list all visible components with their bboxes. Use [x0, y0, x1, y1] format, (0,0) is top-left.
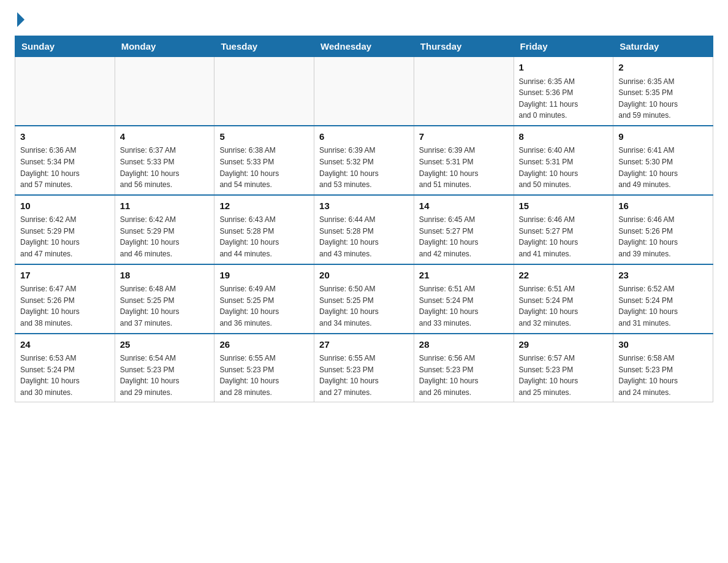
- day-info: Sunrise: 6:35 AMSunset: 5:35 PMDaylight:…: [618, 76, 708, 121]
- day-number: 28: [419, 338, 509, 352]
- day-number: 8: [519, 130, 609, 144]
- calendar-cell: 22Sunrise: 6:51 AMSunset: 5:24 PMDayligh…: [514, 264, 613, 334]
- day-number: 3: [20, 130, 110, 144]
- calendar-cell: 13Sunrise: 6:44 AMSunset: 5:28 PMDayligh…: [314, 195, 414, 264]
- day-number: 29: [519, 338, 609, 352]
- day-info: Sunrise: 6:58 AMSunset: 5:23 PMDaylight:…: [618, 353, 708, 398]
- day-info: Sunrise: 6:47 AMSunset: 5:26 PMDaylight:…: [20, 283, 110, 329]
- day-number: 18: [120, 269, 210, 283]
- day-info: Sunrise: 6:51 AMSunset: 5:24 PMDaylight:…: [419, 283, 509, 329]
- week-row-2: 3Sunrise: 6:36 AMSunset: 5:34 PMDaylight…: [15, 126, 713, 195]
- day-info: Sunrise: 6:38 AMSunset: 5:33 PMDaylight:…: [219, 145, 309, 190]
- day-number: 13: [319, 199, 409, 213]
- calendar-cell: 20Sunrise: 6:50 AMSunset: 5:25 PMDayligh…: [314, 264, 414, 334]
- day-info: Sunrise: 6:36 AMSunset: 5:34 PMDaylight:…: [20, 145, 110, 190]
- day-info: Sunrise: 6:45 AMSunset: 5:27 PMDaylight:…: [419, 214, 509, 259]
- day-number: 16: [618, 199, 708, 213]
- day-number: 9: [618, 130, 708, 144]
- weekday-header-saturday: Saturday: [613, 36, 713, 57]
- weekday-header-tuesday: Tuesday: [214, 36, 314, 57]
- calendar-cell: 21Sunrise: 6:51 AMSunset: 5:24 PMDayligh…: [414, 264, 514, 334]
- day-info: Sunrise: 6:46 AMSunset: 5:26 PMDaylight:…: [618, 214, 708, 259]
- day-info: Sunrise: 6:42 AMSunset: 5:29 PMDaylight:…: [20, 214, 110, 259]
- day-info: Sunrise: 6:40 AMSunset: 5:31 PMDaylight:…: [519, 145, 609, 190]
- calendar-cell: 11Sunrise: 6:42 AMSunset: 5:29 PMDayligh…: [115, 195, 214, 264]
- calendar-cell: [15, 57, 115, 126]
- day-number: 4: [120, 130, 210, 144]
- calendar-cell: 24Sunrise: 6:53 AMSunset: 5:24 PMDayligh…: [15, 334, 115, 402]
- logo-arrow-icon: [17, 12, 25, 27]
- day-number: 27: [319, 338, 409, 352]
- calendar-cell: 19Sunrise: 6:49 AMSunset: 5:25 PMDayligh…: [214, 264, 314, 334]
- day-number: 7: [419, 130, 509, 144]
- day-info: Sunrise: 6:54 AMSunset: 5:23 PMDaylight:…: [120, 353, 210, 398]
- day-info: Sunrise: 6:41 AMSunset: 5:30 PMDaylight:…: [618, 145, 708, 190]
- day-info: Sunrise: 6:53 AMSunset: 5:24 PMDaylight:…: [20, 353, 110, 398]
- calendar-cell: 16Sunrise: 6:46 AMSunset: 5:26 PMDayligh…: [613, 195, 713, 264]
- calendar-table: SundayMondayTuesdayWednesdayThursdayFrid…: [15, 36, 713, 402]
- day-info: Sunrise: 6:49 AMSunset: 5:25 PMDaylight:…: [219, 283, 309, 329]
- day-info: Sunrise: 6:57 AMSunset: 5:23 PMDaylight:…: [519, 353, 609, 398]
- calendar-cell: 6Sunrise: 6:39 AMSunset: 5:32 PMDaylight…: [314, 126, 414, 195]
- calendar-cell: [115, 57, 214, 126]
- week-row-3: 10Sunrise: 6:42 AMSunset: 5:29 PMDayligh…: [15, 195, 713, 264]
- day-number: 15: [519, 199, 609, 213]
- calendar-cell: 5Sunrise: 6:38 AMSunset: 5:33 PMDaylight…: [214, 126, 314, 195]
- day-info: Sunrise: 6:48 AMSunset: 5:25 PMDaylight:…: [120, 283, 210, 329]
- day-info: Sunrise: 6:44 AMSunset: 5:28 PMDaylight:…: [319, 214, 409, 259]
- weekday-header-sunday: Sunday: [15, 36, 115, 57]
- day-number: 11: [120, 199, 210, 213]
- logo: [15, 15, 25, 23]
- day-info: Sunrise: 6:52 AMSunset: 5:24 PMDaylight:…: [618, 283, 708, 329]
- calendar-cell: 1Sunrise: 6:35 AMSunset: 5:36 PMDaylight…: [514, 57, 613, 126]
- weekday-header-row: SundayMondayTuesdayWednesdayThursdayFrid…: [15, 36, 713, 57]
- calendar-cell: [314, 57, 414, 126]
- week-row-1: 1Sunrise: 6:35 AMSunset: 5:36 PMDaylight…: [15, 57, 713, 126]
- calendar-cell: 3Sunrise: 6:36 AMSunset: 5:34 PMDaylight…: [15, 126, 115, 195]
- day-number: 5: [219, 130, 309, 144]
- day-number: 20: [319, 269, 409, 283]
- day-info: Sunrise: 6:55 AMSunset: 5:23 PMDaylight:…: [219, 353, 309, 398]
- calendar-cell: [414, 57, 514, 126]
- calendar-cell: 12Sunrise: 6:43 AMSunset: 5:28 PMDayligh…: [214, 195, 314, 264]
- calendar-cell: 25Sunrise: 6:54 AMSunset: 5:23 PMDayligh…: [115, 334, 214, 402]
- day-number: 17: [20, 269, 110, 283]
- day-number: 24: [20, 338, 110, 352]
- calendar-cell: 15Sunrise: 6:46 AMSunset: 5:27 PMDayligh…: [514, 195, 613, 264]
- day-number: 25: [120, 338, 210, 352]
- day-number: 23: [618, 269, 708, 283]
- day-info: Sunrise: 6:39 AMSunset: 5:31 PMDaylight:…: [419, 145, 509, 190]
- calendar-cell: 2Sunrise: 6:35 AMSunset: 5:35 PMDaylight…: [613, 57, 713, 126]
- calendar-cell: 23Sunrise: 6:52 AMSunset: 5:24 PMDayligh…: [613, 264, 713, 334]
- calendar-cell: 17Sunrise: 6:47 AMSunset: 5:26 PMDayligh…: [15, 264, 115, 334]
- day-info: Sunrise: 6:42 AMSunset: 5:29 PMDaylight:…: [120, 214, 210, 259]
- day-number: 1: [519, 61, 609, 75]
- page-header: [15, 15, 713, 23]
- calendar-cell: 30Sunrise: 6:58 AMSunset: 5:23 PMDayligh…: [613, 334, 713, 402]
- weekday-header-wednesday: Wednesday: [314, 36, 414, 57]
- day-number: 12: [219, 199, 309, 213]
- day-info: Sunrise: 6:35 AMSunset: 5:36 PMDaylight:…: [519, 76, 609, 121]
- calendar-cell: [214, 57, 314, 126]
- day-number: 21: [419, 269, 509, 283]
- calendar-cell: 29Sunrise: 6:57 AMSunset: 5:23 PMDayligh…: [514, 334, 613, 402]
- calendar-cell: 14Sunrise: 6:45 AMSunset: 5:27 PMDayligh…: [414, 195, 514, 264]
- day-info: Sunrise: 6:56 AMSunset: 5:23 PMDaylight:…: [419, 353, 509, 398]
- week-row-4: 17Sunrise: 6:47 AMSunset: 5:26 PMDayligh…: [15, 264, 713, 334]
- day-info: Sunrise: 6:37 AMSunset: 5:33 PMDaylight:…: [120, 145, 210, 190]
- weekday-header-monday: Monday: [115, 36, 214, 57]
- day-number: 6: [319, 130, 409, 144]
- week-row-5: 24Sunrise: 6:53 AMSunset: 5:24 PMDayligh…: [15, 334, 713, 402]
- day-info: Sunrise: 6:50 AMSunset: 5:25 PMDaylight:…: [319, 283, 409, 329]
- calendar-cell: 7Sunrise: 6:39 AMSunset: 5:31 PMDaylight…: [414, 126, 514, 195]
- day-number: 14: [419, 199, 509, 213]
- day-info: Sunrise: 6:46 AMSunset: 5:27 PMDaylight:…: [519, 214, 609, 259]
- day-number: 26: [219, 338, 309, 352]
- day-info: Sunrise: 6:39 AMSunset: 5:32 PMDaylight:…: [319, 145, 409, 190]
- calendar-cell: 9Sunrise: 6:41 AMSunset: 5:30 PMDaylight…: [613, 126, 713, 195]
- calendar-cell: 4Sunrise: 6:37 AMSunset: 5:33 PMDaylight…: [115, 126, 214, 195]
- calendar-cell: 26Sunrise: 6:55 AMSunset: 5:23 PMDayligh…: [214, 334, 314, 402]
- calendar-cell: 10Sunrise: 6:42 AMSunset: 5:29 PMDayligh…: [15, 195, 115, 264]
- calendar-cell: 27Sunrise: 6:55 AMSunset: 5:23 PMDayligh…: [314, 334, 414, 402]
- day-info: Sunrise: 6:51 AMSunset: 5:24 PMDaylight:…: [519, 283, 609, 329]
